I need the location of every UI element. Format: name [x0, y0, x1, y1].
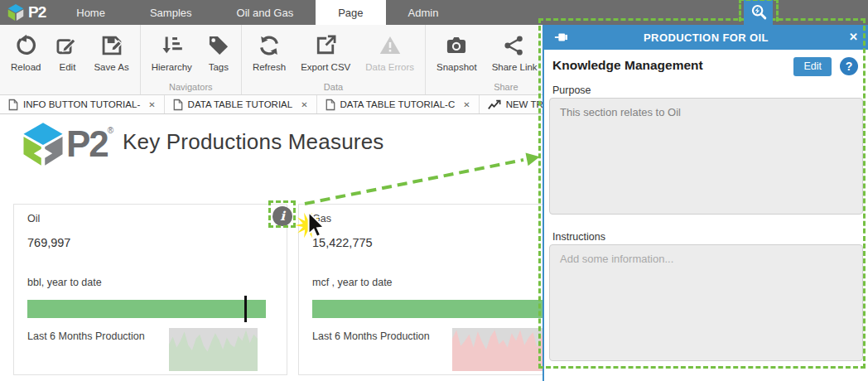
tab-data-table-tutorial-c[interactable]: DATA TABLE TUTORIAL-C ✕ [317, 95, 480, 113]
p2-logo-text: P2 [66, 121, 108, 167]
share-link-button[interactable]: Share Link [485, 30, 545, 80]
data-errors-button[interactable]: Data Errors [358, 30, 422, 80]
card-title: Oil [27, 213, 40, 224]
sparkline-chart [169, 328, 258, 371]
card-unit: mcf , year to date [312, 277, 393, 288]
info-button[interactable]: i [272, 206, 292, 226]
share-link-icon [503, 31, 526, 60]
content-p2-logo: P2 ® [20, 121, 113, 167]
card-unit: bbl, year to date [27, 277, 102, 288]
share-link-label: Share Link [492, 62, 538, 72]
reload-label: Reload [11, 62, 41, 72]
top-navbar: P2 Home Samples Oil and Gas Page Admin [0, 0, 868, 25]
tab-label: DATA TABLE TUTORIAL [188, 99, 293, 109]
toolbar-group-label: Data [245, 80, 422, 94]
toolbar-group-page: Reload Edit Save As [0, 25, 141, 94]
edit-label: Edit [60, 62, 76, 72]
nav-item-home[interactable]: Home [54, 0, 128, 25]
close-icon[interactable]: ✕ [148, 100, 155, 109]
progress-bar-fill [312, 300, 551, 318]
export-csv-icon [314, 31, 337, 60]
target-marker [244, 296, 247, 322]
hierarchy-icon [160, 31, 183, 60]
tags-label: Tags [209, 62, 229, 72]
kpi-card-oil: Oil i 769,997 bbl, year to date Last 6 M… [13, 204, 287, 375]
knowledge-search-button[interactable] [744, 0, 773, 25]
panel-header: PRODUCTION FOR OIL ✕ [544, 25, 868, 50]
refresh-icon [258, 31, 281, 60]
reload-icon [14, 31, 37, 60]
help-icon[interactable]: ? [840, 57, 858, 75]
registered-mark: ® [108, 126, 113, 135]
magnifier-bolt-icon [750, 3, 768, 22]
close-icon[interactable]: ✕ [301, 100, 307, 109]
close-icon[interactable]: ✕ [849, 25, 858, 50]
snapshot-button[interactable]: Snapshot [429, 30, 485, 80]
edit-button[interactable]: Edit [793, 57, 832, 76]
instructions-label: Instructions [552, 231, 605, 243]
progress-bar-fill [27, 300, 266, 318]
instructions-textarea[interactable] [549, 244, 863, 361]
p2-logo-icon [20, 121, 66, 167]
page-title: Key Productions Measures [123, 129, 384, 155]
refresh-label: Refresh [253, 62, 286, 72]
refresh-button[interactable]: Refresh [245, 30, 293, 80]
tab-label: INFO BUTTON TUTORIAL- [23, 99, 140, 109]
knowledge-panel: PRODUCTION FOR OIL ✕ Knowledge Managemen… [542, 25, 868, 381]
close-icon[interactable]: ✕ [463, 100, 470, 109]
save-as-icon [100, 31, 123, 60]
sparkline-label: Last 6 Months Production [312, 330, 430, 342]
save-as-label: Save As [94, 62, 128, 72]
tags-button[interactable]: Tags [200, 30, 238, 80]
nav-item-oil-and-gas[interactable]: Oil and Gas [215, 0, 316, 25]
progress-bar [312, 300, 551, 318]
save-as-button[interactable]: Save As [86, 30, 136, 80]
page-icon [173, 99, 183, 111]
nav-item-page[interactable]: Page [316, 0, 385, 25]
card-value: 769,997 [27, 236, 70, 249]
page-icon [8, 99, 18, 111]
p2-logo[interactable]: P2 [0, 0, 54, 25]
sparkline-label: Last 6 Months Production [27, 330, 145, 342]
reload-button[interactable]: Reload [3, 30, 48, 80]
nav-item-admin[interactable]: Admin [386, 0, 461, 25]
snapshot-icon [445, 31, 468, 60]
purpose-label: Purpose [552, 84, 591, 96]
card-value: 15,422,775 [312, 236, 373, 249]
hierarchy-button[interactable]: Hierarchy [144, 30, 200, 80]
tab-label: DATA TABLE TUTORIAL-C [340, 99, 456, 109]
tags-icon [207, 31, 230, 60]
edit-button[interactable]: Edit [48, 30, 86, 80]
page-icon [326, 99, 335, 111]
kpi-card-gas: Gas 15,422,775 mcf , year to date Last 6… [298, 204, 573, 375]
tab-info-button-tutorial[interactable]: INFO BUTTON TUTORIAL- ✕ [0, 95, 165, 113]
tab-data-table-tutorial[interactable]: DATA TABLE TUTORIAL ✕ [165, 95, 317, 113]
export-csv-button[interactable]: Export CSV [293, 30, 358, 80]
nav-logo-text: P2 [28, 3, 46, 22]
edit-icon [55, 31, 79, 60]
data-errors-icon [379, 31, 402, 60]
panel-title: PRODUCTION FOR OIL [544, 31, 868, 44]
nav-item-samples[interactable]: Samples [128, 0, 215, 25]
data-errors-label: Data Errors [365, 62, 414, 72]
toolbar-group-label [3, 80, 137, 94]
card-title: Gas [312, 213, 331, 224]
sparkline-chart [452, 328, 550, 371]
toolbar-group-label: Navigators [144, 80, 238, 94]
p2-logo-icon [7, 3, 25, 22]
progress-bar [27, 300, 266, 318]
hierarchy-label: Hierarchy [152, 62, 192, 72]
snapshot-label: Snapshot [436, 62, 477, 72]
export-csv-label: Export CSV [301, 62, 350, 72]
purpose-textarea[interactable]: This section relates to Oil [549, 98, 863, 215]
section-title: Knowledge Management [552, 58, 703, 73]
toolbar-group-data: Refresh Export CSV Data Errors Data [242, 25, 426, 94]
trend-icon [488, 99, 501, 110]
toolbar-group-navigators: Hierarchy Tags Navigators [141, 25, 242, 94]
